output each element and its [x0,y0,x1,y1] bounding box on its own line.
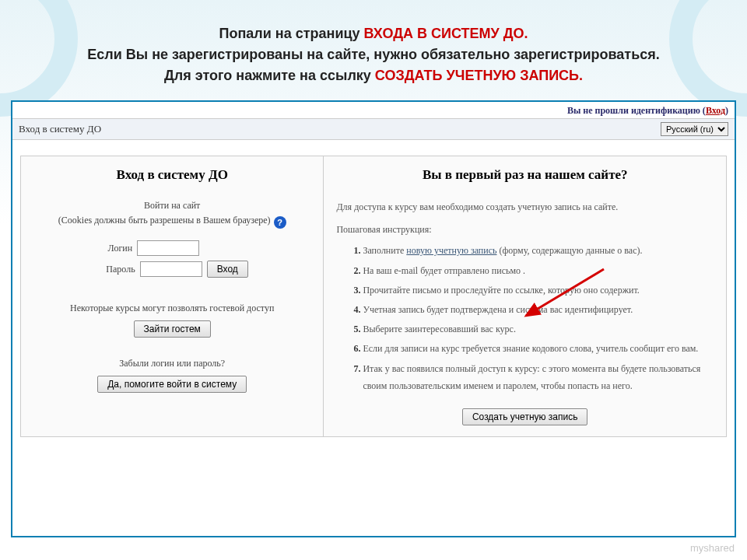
auth-text-suffix: ) [725,105,728,116]
password-input[interactable] [140,261,202,277]
breadcrumb: Вход в систему ДО [19,123,101,135]
steps-list: Заполните новую учетную запись (форму, с… [336,242,714,394]
heading-line3-red: СОЗДАТЬ УЧЕТНУЮ ЗАПИСЬ. [375,68,583,83]
login-submit-button[interactable]: Вход [207,261,248,278]
breadcrumb-bar: Вход в систему ДО Русский (ru) [12,118,735,140]
guest-login-button[interactable]: Зайти гостем [134,320,211,338]
cookies-note: (Cookies должны быть разрешены в Вашем б… [58,215,271,226]
login-panel-title: Вход в систему ДО [33,167,310,183]
guest-note: Некоторые курсы могут позволять гостевой… [33,303,310,314]
login-panel: Вход в систему ДО Войти на сайт (Cookies… [20,156,324,437]
password-row: Пароль Вход [33,261,310,278]
login-row: Логин [33,240,310,256]
heading-line2: Если Вы не зарегистрированы на сайте, ну… [87,47,659,62]
forgot-help-button[interactable]: Да, помогите войти в систему [97,376,247,393]
step-7: Итак у вас появился полный доступ к курс… [363,360,714,394]
login-link[interactable]: Вход [706,105,725,116]
login-input[interactable] [137,240,199,256]
language-select[interactable]: Русский (ru) [661,122,728,136]
slide-heading: Попали на страницу ВХОДА В СИСТЕМУ ДО. Е… [0,0,747,100]
auth-status-strip: Вы не прошли идентификацию (Вход) [12,102,735,118]
watermark: myshared [690,542,735,554]
signup-panel-title: Вы в первый раз на нашем сайте? [336,167,714,183]
password-label: Пароль [96,264,135,275]
steps-header: Пошаговая инструкция: [336,222,714,237]
heading-line1-red: ВХОДА В СИСТЕМУ ДО. [364,26,528,41]
step-1: Заполните новую учетную запись (форму, с… [363,242,714,259]
auth-text-prefix: Вы не прошли идентификацию ( [567,105,706,116]
step-4: Учетная запись будет подтверждена и сист… [363,301,714,318]
step-3: Прочитайте письмо и проследуйте по ссылк… [363,282,714,299]
login-label: Логин [93,243,132,254]
enter-site-label: Войти на сайт [33,200,310,212]
signup-panel: Вы в первый раз на нашем сайте? Для дост… [324,156,727,437]
step-5: Выберите заинтересовавший вас курс. [363,320,714,338]
forgot-note: Забыли логин или пароль? [33,358,310,369]
step-2: На ваш e-mail будет отправлено письмо . [363,262,714,279]
heading-line1-plain: Попали на страницу [219,26,364,41]
step-6: Если для записи на курс требуется знание… [363,340,714,357]
embedded-screenshot: Вы не прошли идентификацию (Вход) Вход в… [11,100,736,537]
signup-intro: Для доступа к курсу вам необходимо созда… [336,200,714,215]
new-account-link[interactable]: новую учетную запись [406,245,496,256]
cookies-row: (Cookies должны быть разрешены в Вашем б… [33,215,310,229]
help-icon[interactable]: ? [274,216,286,229]
heading-line3-plain: Для этого нажмите на ссылку [164,68,375,83]
create-account-button[interactable]: Создать учетную запись [462,408,588,425]
login-body: Вход в систему ДО Войти на сайт (Cookies… [12,140,735,437]
